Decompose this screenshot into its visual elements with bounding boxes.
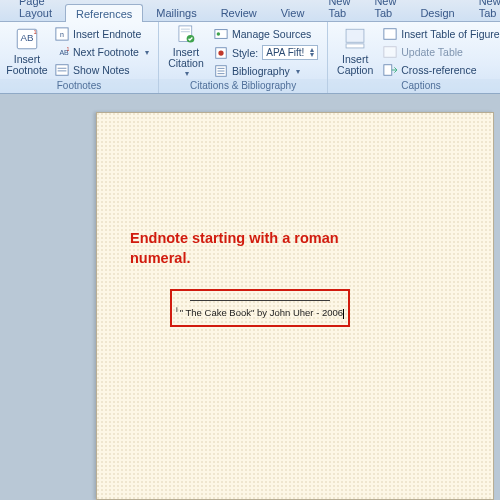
group-footnotes-label: Footnotes: [0, 79, 158, 93]
svg-text:1: 1: [34, 29, 37, 35]
endnote-icon: n: [55, 27, 69, 41]
dropdown-icon: [296, 66, 300, 76]
endnote-numeral: i: [176, 305, 178, 314]
manage-sources-label: Manage Sources: [232, 28, 311, 40]
group-citations-label: Citations & Bibliography: [159, 79, 327, 93]
text-cursor: [343, 309, 344, 319]
dropdown-icon: [145, 47, 149, 57]
next-footnote-button[interactable]: AB1 Next Footnote: [52, 44, 152, 60]
tab-design[interactable]: Design: [409, 3, 465, 21]
next-footnote-icon: AB1: [55, 45, 69, 59]
tab-view[interactable]: View: [270, 3, 316, 21]
tab-new-2[interactable]: New Tab: [363, 0, 407, 21]
tab-mailings[interactable]: Mailings: [145, 3, 207, 21]
update-table-icon: [383, 45, 397, 59]
insert-footnote-label: Insert Footnote: [6, 54, 47, 76]
show-notes-button[interactable]: Show Notes: [52, 62, 152, 78]
update-table-label: Update Table: [401, 46, 463, 58]
workspace: Endnote starting with a roman numeral. i…: [0, 94, 500, 500]
tutorial-annotation: Endnote starting with a roman numeral.: [130, 229, 390, 268]
bibliography-button[interactable]: Bibliography: [211, 63, 321, 79]
svg-text:n: n: [60, 31, 64, 38]
citation-style-selector[interactable]: Style: APA Fift! ▴▾: [211, 44, 321, 61]
svg-rect-7: [56, 65, 68, 76]
insert-endnote-button[interactable]: n Insert Endnote: [52, 26, 152, 42]
insert-citation-label: Insert Citation: [168, 47, 204, 69]
tab-references[interactable]: References: [65, 4, 143, 22]
group-citations: Insert Citation Manage Sources Style: AP…: [159, 22, 328, 93]
group-captions-label: Captions: [328, 79, 500, 93]
dropdown-icon: [185, 69, 189, 78]
next-footnote-label: Next Footnote: [73, 46, 139, 58]
svg-rect-24: [384, 29, 396, 40]
svg-rect-22: [346, 29, 364, 42]
tab-new-3[interactable]: New Tab: [468, 0, 500, 21]
style-label: Style:: [232, 47, 258, 59]
endnote-highlight-box: i" The Cake Book" by John Uher - 2006: [170, 289, 350, 327]
svg-point-17: [218, 50, 223, 55]
cross-reference-button[interactable]: Cross-reference: [380, 62, 500, 78]
manage-sources-button[interactable]: Manage Sources: [211, 26, 321, 42]
tof-icon: [383, 27, 397, 41]
endnote-entry[interactable]: i" The Cake Book" by John Uher - 2006: [176, 305, 344, 319]
insert-footnote-button[interactable]: AB 1 Insert Footnote: [4, 24, 50, 78]
update-table-button[interactable]: Update Table: [380, 44, 500, 60]
tab-page-layout[interactable]: Page Layout: [8, 0, 63, 21]
insert-table-of-figures-button[interactable]: Insert Table of Figures: [380, 26, 500, 42]
ribbon: AB 1 Insert Footnote n Insert Endnote AB…: [0, 22, 500, 94]
style-icon: [214, 46, 228, 60]
style-value-box[interactable]: APA Fift! ▴▾: [262, 45, 318, 60]
svg-text:1: 1: [66, 46, 69, 52]
ribbon-tabs: Page Layout References Mailings Review V…: [0, 0, 500, 22]
insert-caption-label: Insert Caption: [337, 54, 373, 76]
svg-rect-25: [384, 47, 396, 58]
insert-endnote-label: Insert Endnote: [73, 28, 141, 40]
cross-reference-label: Cross-reference: [401, 64, 476, 76]
insert-tof-label: Insert Table of Figures: [401, 28, 500, 40]
manage-sources-icon: [214, 27, 228, 41]
group-captions: Insert Caption Insert Table of Figures U…: [328, 22, 500, 93]
cross-reference-icon: [383, 63, 397, 77]
insert-citation-button[interactable]: Insert Citation: [163, 24, 209, 78]
style-value: APA Fift!: [266, 47, 304, 58]
svg-rect-26: [384, 65, 392, 76]
bibliography-label: Bibliography: [232, 65, 290, 77]
endnote-text-content: " The Cake Book" by John Uher - 2006: [180, 307, 343, 318]
spinner-icon: ▴▾: [310, 48, 314, 58]
svg-text:AB: AB: [20, 32, 33, 43]
endnote-separator: [190, 300, 330, 301]
svg-point-15: [217, 32, 221, 36]
show-notes-label: Show Notes: [73, 64, 130, 76]
bibliography-icon: [214, 64, 228, 78]
footnote-icon: AB 1: [14, 26, 40, 52]
tab-review[interactable]: Review: [210, 3, 268, 21]
tab-new-1[interactable]: New Tab: [317, 0, 361, 21]
svg-rect-23: [346, 44, 364, 48]
caption-icon: [342, 26, 368, 52]
group-footnotes: AB 1 Insert Footnote n Insert Endnote AB…: [0, 22, 159, 93]
insert-caption-button[interactable]: Insert Caption: [332, 24, 378, 78]
show-notes-icon: [55, 63, 69, 77]
citation-icon: [173, 24, 199, 45]
